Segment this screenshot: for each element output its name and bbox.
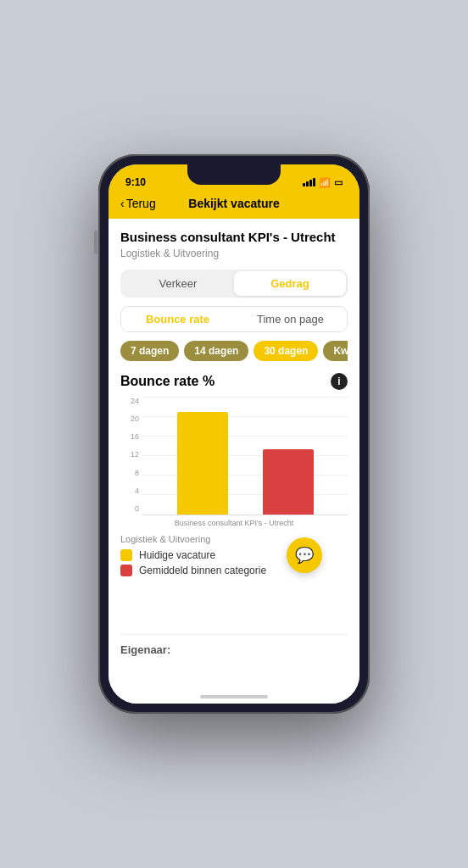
pill-kwartaal[interactable]: Kwartaal [323, 341, 348, 361]
tab-gedrag[interactable]: Gedrag [234, 271, 346, 296]
status-time: 9:10 [125, 176, 146, 188]
chart-bars-area [142, 397, 348, 515]
bar-category-avg [263, 449, 314, 514]
chevron-left-icon: ‹ [120, 197, 125, 210]
legend-label-avg: Gemiddeld binnen categorie [139, 565, 266, 576]
home-indicator [109, 690, 359, 704]
tab-verkeer[interactable]: Verkeer [122, 271, 234, 296]
nav-bar: ‹ Terug Bekijkt vacature [109, 193, 359, 219]
subtab-bounce-rate[interactable]: Bounce rate [121, 307, 234, 331]
pill-7-dagen[interactable]: 7 dagen [120, 341, 179, 361]
chart-title: Bounce rate % [120, 374, 214, 389]
subtab-group: Bounce rate Time on page [120, 306, 348, 332]
bar-current-vacancy [177, 412, 228, 515]
legend-dot-yellow [120, 549, 132, 561]
phone-frame: 9:10 📶 ▭ ‹ Terug Bekijkt vacature [98, 154, 370, 714]
back-button[interactable]: ‹ Terug [120, 197, 156, 210]
bars-container [142, 397, 348, 515]
wifi-icon: 📶 [319, 177, 331, 188]
content-area: Business consultant KPI's - Utrecht Logi… [109, 219, 359, 690]
subtab-time-on-page[interactable]: Time on page [234, 307, 347, 331]
pill-30-dagen[interactable]: 30 dagen [254, 341, 318, 361]
nav-title: Bekijkt vacature [188, 197, 279, 210]
chart-header: Bounce rate % i [120, 373, 348, 390]
chart-x-label: Business consultant KPI's - Utrecht [120, 519, 348, 527]
chart-area: 24 20 16 12 8 4 0 [120, 397, 348, 527]
owner-label: Eigenaar: [120, 643, 348, 656]
chart-grid: 24 20 16 12 8 4 0 [120, 397, 348, 515]
y-axis: 24 20 16 12 8 4 0 [120, 397, 142, 515]
notch [187, 164, 281, 185]
home-bar [200, 695, 268, 698]
job-subtitle: Logistiek & Uitvoering [120, 248, 348, 259]
job-title: Business consultant KPI's - Utrecht [120, 229, 348, 246]
main-tab-group: Verkeer Gedrag [120, 270, 348, 298]
chat-fab[interactable]: 💬 [287, 537, 322, 573]
status-icons: 📶 ▭ [303, 177, 343, 188]
pill-14-dagen[interactable]: 14 dagen [184, 341, 248, 361]
legend-label-current: Huidige vacature [139, 549, 215, 561]
owner-section: Eigenaar: [120, 634, 348, 656]
battery-icon: ▭ [334, 177, 343, 188]
legend-dot-red [120, 565, 132, 576]
info-icon[interactable]: i [331, 373, 348, 390]
filter-pills: 7 dagen 14 dagen 30 dagen Kwartaal [120, 341, 348, 361]
phone-screen: 9:10 📶 ▭ ‹ Terug Bekijkt vacature [109, 164, 359, 704]
chat-icon: 💬 [295, 546, 314, 565]
signal-icon [303, 178, 315, 186]
